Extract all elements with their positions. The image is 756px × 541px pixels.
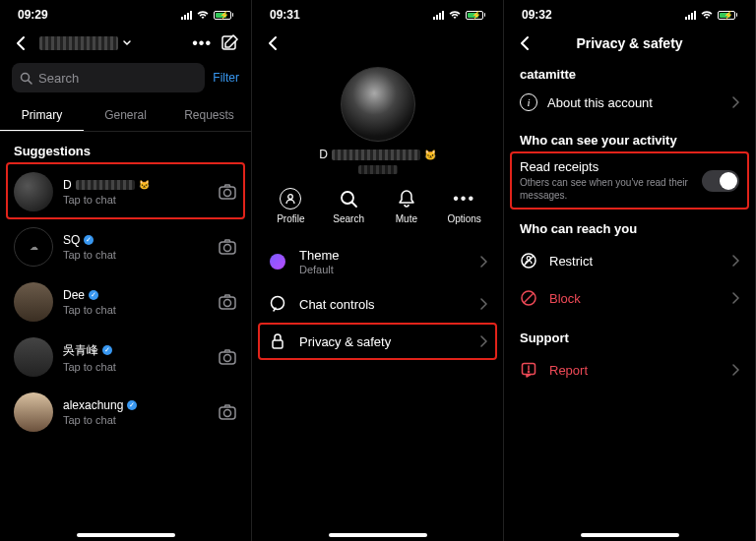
camera-icon[interactable] <box>218 347 237 367</box>
block-row[interactable]: Block <box>504 279 755 317</box>
home-indicator[interactable] <box>77 533 175 537</box>
camera-icon[interactable] <box>218 292 237 312</box>
chat-name: Dee <box>63 288 85 302</box>
status-bar: 09:32 ⚡ <box>504 0 755 30</box>
read-receipts-row[interactable]: Read receipts Others can see when you've… <box>504 153 755 208</box>
status-time: 09:32 <box>522 8 552 22</box>
page-title: Privacy & safety <box>536 35 724 51</box>
status-bar: 09:29 ⚡ <box>0 0 251 30</box>
status-time: 09:29 <box>18 8 48 22</box>
bell-icon <box>396 188 417 210</box>
wifi-icon <box>448 10 462 20</box>
svg-line-22 <box>524 293 534 303</box>
battery-icon: ⚡ <box>466 11 485 20</box>
profile-action[interactable]: Profile <box>266 188 315 224</box>
back-icon[interactable] <box>12 33 32 53</box>
signal-icon <box>433 11 444 20</box>
compose-icon[interactable] <box>220 33 239 53</box>
details-header <box>252 30 503 59</box>
read-receipts-title: Read receipts <box>520 159 692 174</box>
home-indicator[interactable] <box>581 533 679 537</box>
chat-item[interactable]: ☁ SQ ✓ Tap to chat <box>0 219 251 274</box>
menu-theme[interactable]: Theme Default <box>252 238 503 285</box>
screen-privacy-safety: 09:32 ⚡ Privacy & safety catamitte i Abo… <box>504 0 756 541</box>
battery-icon: ⚡ <box>214 11 233 20</box>
search-icon <box>20 72 32 85</box>
block-label: Block <box>549 291 720 306</box>
wifi-icon <box>196 10 210 20</box>
menu-label: Chat controls <box>299 297 468 312</box>
chat-name: 吳青峰 <box>63 342 98 359</box>
screen-inbox: 09:29 ⚡ ••• Search Filter Primary Genera… <box>0 0 252 541</box>
status-indicators: ⚡ <box>433 10 485 20</box>
status-bar: 09:31 ⚡ <box>252 0 503 30</box>
verified-icon: ✓ <box>102 345 112 355</box>
svg-point-4 <box>224 190 231 197</box>
home-indicator[interactable] <box>329 533 427 537</box>
chat-name: SQ <box>63 233 80 247</box>
tab-requests[interactable]: Requests <box>167 100 251 131</box>
menu-label: Theme <box>299 248 468 263</box>
tab-general[interactable]: General <box>84 100 167 131</box>
svg-point-8 <box>224 300 231 307</box>
chat-subtitle: Tap to chat <box>63 414 208 426</box>
filter-button[interactable]: Filter <box>213 71 239 85</box>
section-activity: Who can see your activity <box>504 119 755 153</box>
battery-icon: ⚡ <box>718 11 737 20</box>
back-icon[interactable] <box>264 33 284 53</box>
search-placeholder: Search <box>38 71 79 86</box>
options-action[interactable]: ••• Options <box>440 188 489 224</box>
about-account-row[interactable]: i About this account <box>504 86 755 119</box>
chat-subtitle: Tap to chat <box>63 194 208 206</box>
chat-item[interactable]: Dee ✓ Tap to chat <box>0 274 251 330</box>
back-icon[interactable] <box>516 33 536 53</box>
read-receipts-toggle[interactable] <box>702 170 739 192</box>
about-label: About this account <box>547 95 722 110</box>
chat-item[interactable]: 吳青峰 ✓ Tap to chat <box>0 330 251 385</box>
chevron-down-icon[interactable] <box>122 38 132 48</box>
tab-primary[interactable]: Primary <box>0 100 84 131</box>
svg-point-25 <box>528 371 530 373</box>
signal-icon <box>685 11 696 20</box>
report-icon <box>520 361 537 379</box>
menu-privacy-safety[interactable]: Privacy & safety <box>252 323 503 360</box>
action-label: Mute <box>396 213 417 224</box>
screen-chat-details: 09:31 ⚡ D🐱 Profile Search <box>252 0 504 541</box>
account-switcher[interactable] <box>39 36 118 50</box>
info-icon: i <box>520 93 537 111</box>
profile-name: D🐱 <box>252 148 503 161</box>
chat-subtitle: Tap to chat <box>63 304 208 316</box>
chat-item[interactable]: D🐱 Tap to chat <box>0 164 251 219</box>
profile-username <box>252 165 503 174</box>
report-row[interactable]: Report <box>504 351 755 389</box>
read-receipts-sub: Others can see when you've read their me… <box>520 176 692 202</box>
action-label: Options <box>447 213 480 224</box>
profile-actions: Profile Search Mute ••• Options <box>252 174 503 238</box>
chevron-right-icon <box>731 292 739 304</box>
camera-icon[interactable] <box>218 237 237 257</box>
camera-icon[interactable] <box>218 182 237 202</box>
mute-action[interactable]: Mute <box>382 188 431 224</box>
verified-icon: ✓ <box>84 235 94 245</box>
menu-chat-controls[interactable]: Chat controls <box>252 285 503 323</box>
search-input[interactable]: Search <box>12 63 205 92</box>
svg-point-20 <box>527 257 531 261</box>
camera-icon[interactable] <box>218 402 237 422</box>
profile-avatar[interactable] <box>341 67 415 142</box>
status-indicators: ⚡ <box>181 10 233 20</box>
inbox-tabs: Primary General Requests <box>0 100 251 132</box>
chevron-right-icon <box>731 255 739 267</box>
restrict-row[interactable]: Restrict <box>504 242 755 279</box>
svg-point-16 <box>272 297 284 310</box>
avatar <box>14 392 53 432</box>
chat-subtitle: Tap to chat <box>63 361 208 373</box>
search-action[interactable]: Search <box>324 188 373 224</box>
report-label: Report <box>549 363 720 378</box>
chat-item[interactable]: alexachung ✓ Tap to chat <box>0 385 251 440</box>
blurred-text <box>332 150 420 160</box>
more-icon[interactable]: ••• <box>192 34 212 52</box>
settings-menu: Theme Default Chat controls Privacy & sa… <box>252 238 503 360</box>
chevron-right-icon <box>479 256 487 268</box>
avatar <box>14 282 53 322</box>
search-icon <box>338 188 359 210</box>
